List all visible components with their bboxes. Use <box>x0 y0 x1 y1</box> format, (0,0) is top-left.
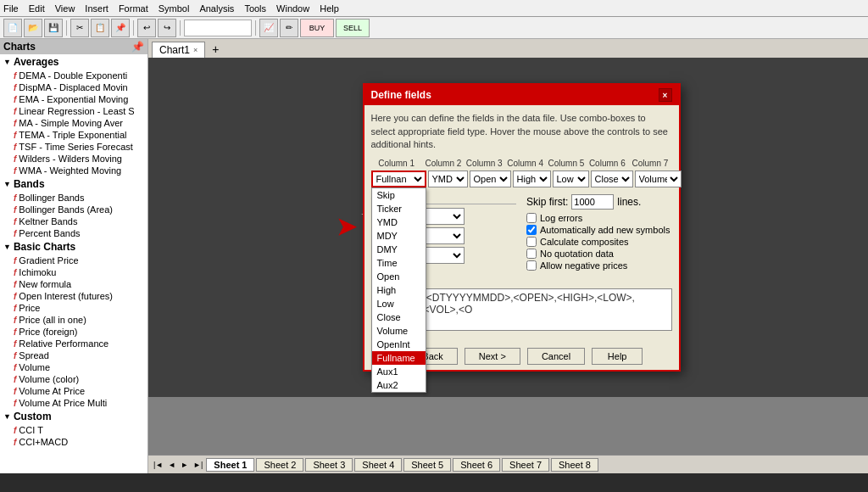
option-dmy[interactable]: DMY <box>372 243 426 256</box>
menu-item-file[interactable]: File <box>3 3 19 14</box>
sidebar-item-spread[interactable]: f Spread <box>0 349 147 361</box>
col7-select[interactable]: Volume <box>635 171 682 187</box>
option-skip[interactable]: Skip <box>372 188 426 202</box>
option-low[interactable]: Low <box>372 297 426 310</box>
menu-item-window[interactable]: Window <box>276 3 309 14</box>
col6-select[interactable]: Close <box>591 171 633 187</box>
col5-select[interactable]: Low <box>553 171 589 187</box>
copy-btn[interactable]: 📋 <box>91 19 109 37</box>
group-basic-charts[interactable]: ▼ Basic Charts <box>0 239 147 254</box>
sidebar-item-lr[interactable]: f Linear Regression - Least S <box>0 105 147 117</box>
sidebar-item-price-all[interactable]: f Price (all in one) <box>0 314 147 326</box>
menu-item-format[interactable]: Format <box>119 3 148 14</box>
open-btn[interactable]: 📂 <box>24 19 42 37</box>
sidebar-item-dispma[interactable]: f DispMA - Displaced Movin <box>0 81 147 93</box>
option-aux2[interactable]: Aux2 <box>372 378 426 392</box>
sidebar-item-bba[interactable]: f Bollinger Bands (Area) <box>0 204 147 215</box>
sidebar-item-ema[interactable]: f EMA - Exponential Moving <box>0 93 147 105</box>
sidebar-item-price-foreign[interactable]: f Price (foreign) <box>0 326 147 338</box>
sidebar-item-gradient[interactable]: f Gradient Price <box>0 254 147 266</box>
sidebar-item-tsf[interactable]: f TSF - Time Series Forecast <box>0 141 147 153</box>
col1-dropdown-menu[interactable]: Skip Ticker YMD MDY DMY Time Open High L <box>371 187 426 393</box>
allow-neg-checkbox[interactable] <box>526 260 537 271</box>
option-fullname[interactable]: Fullname <box>372 351 426 365</box>
sheet-tab-4[interactable]: Sheet 4 <box>354 458 402 472</box>
no-quotation-checkbox[interactable] <box>526 249 537 259</box>
option-aux1[interactable]: Aux1 <box>372 365 426 378</box>
sidebar-item-bb[interactable]: f Bollinger Bands <box>0 192 147 204</box>
option-ticker[interactable]: Ticker <box>372 202 426 215</box>
col1-select[interactable]: Fullnan <box>371 171 426 187</box>
cancel-button[interactable]: Cancel <box>527 348 585 365</box>
sheet-tab-7[interactable]: Sheet 7 <box>502 458 549 472</box>
redo-btn[interactable]: ↪ <box>158 19 176 37</box>
tab-add-btn[interactable]: + <box>209 41 222 58</box>
sidebar-item-dema[interactable]: f DEMA - Double Exponenti <box>0 70 147 81</box>
option-ymd[interactable]: YMD <box>372 215 426 229</box>
sidebar-item-price[interactable]: f Price <box>0 302 147 314</box>
option-volume[interactable]: Volume <box>372 324 426 338</box>
group-averages[interactable]: ▼ Averages <box>0 54 147 70</box>
sell-btn[interactable]: SELL <box>336 19 370 37</box>
sidebar-item-newformula[interactable]: f New formula <box>0 278 147 290</box>
sheet-tab-3[interactable]: Sheet 3 <box>305 458 353 472</box>
option-close[interactable]: Close <box>372 310 426 324</box>
buy-btn[interactable]: BUY <box>300 19 334 37</box>
menu-item-insert[interactable]: Insert <box>85 3 108 14</box>
option-mdy[interactable]: MDY <box>372 229 426 243</box>
sidebar-item-oi[interactable]: f Open Interest (futures) <box>0 290 147 302</box>
sidebar-item-ccit[interactable]: f CCI T <box>0 424 147 436</box>
draw-btn[interactable]: ✏ <box>280 19 298 37</box>
sheet-nav-prev[interactable]: ◄ <box>166 461 177 469</box>
group-custom[interactable]: ▼ Custom <box>0 409 147 424</box>
menu-item-tools[interactable]: Tools <box>244 3 266 14</box>
calc-comp-checkbox[interactable] <box>526 237 537 247</box>
sidebar-item-ma[interactable]: f MA - Simple Moving Aver <box>0 117 147 129</box>
menu-item-analysis[interactable]: Analysis <box>199 3 234 14</box>
save-btn[interactable]: 💾 <box>44 19 63 37</box>
undo-btn[interactable]: ↩ <box>137 19 156 37</box>
sheet-nav-next[interactable]: ► <box>179 461 190 469</box>
sidebar-item-wma[interactable]: f WMA - Weighted Moving <box>0 165 147 176</box>
sidebar-item-ccimacd[interactable]: f CCI+MACD <box>0 436 147 448</box>
sheet-nav-first[interactable]: |◄ <box>152 461 164 469</box>
option-high[interactable]: High <box>372 283 426 297</box>
tab-close-btn[interactable]: × <box>193 46 198 54</box>
auto-add-checkbox[interactable] <box>526 225 537 235</box>
menu-item-edit[interactable]: Edit <box>29 3 45 14</box>
sheet-tab-2[interactable]: Sheet 2 <box>256 458 303 472</box>
modal-close-button[interactable]: × <box>659 88 672 102</box>
menu-item-help[interactable]: Help <box>320 3 339 14</box>
option-time[interactable]: Time <box>372 256 426 270</box>
help-button[interactable]: Help <box>592 348 643 365</box>
chart-tools-btn[interactable]: 📈 <box>259 19 278 37</box>
next-button[interactable]: Next > <box>465 348 520 365</box>
cut-btn[interactable]: ✂ <box>70 19 89 37</box>
skip-first-input[interactable] <box>571 194 614 210</box>
sidebar-item-vap[interactable]: f Volume At Price <box>0 385 147 397</box>
menu-item-symbol[interactable]: Symbol <box>159 3 190 14</box>
group-bands[interactable]: ▼ Bands <box>0 176 147 192</box>
menu-item-view[interactable]: View <box>55 3 75 14</box>
option-openint[interactable]: OpenInt <box>372 338 426 351</box>
sheet-tab-5[interactable]: Sheet 5 <box>403 458 451 472</box>
paste-btn[interactable]: 📌 <box>111 19 130 37</box>
sidebar-item-kb[interactable]: f Keltner Bands <box>0 215 147 227</box>
col4-select[interactable]: High <box>513 171 551 187</box>
sidebar-item-relperf[interactable]: f Relative Performance <box>0 338 147 349</box>
sidebar-item-wilders[interactable]: f Wilders - Wilders Moving <box>0 153 147 165</box>
sheet-nav-last[interactable]: ►| <box>192 461 204 469</box>
sidebar-pin[interactable]: 📌 <box>131 41 144 53</box>
option-open[interactable]: Open <box>372 270 426 283</box>
sidebar-item-volume-color[interactable]: f Volume (color) <box>0 373 147 385</box>
sidebar-item-volume[interactable]: f Volume <box>0 361 147 373</box>
sidebar-item-tema[interactable]: f TEMA - Triple Exponential <box>0 129 147 141</box>
sheet-tab-6[interactable]: Sheet 6 <box>453 458 500 472</box>
col3-select[interactable]: Open <box>470 171 511 187</box>
new-btn[interactable]: 📄 <box>3 19 22 37</box>
sidebar-item-ichimoku[interactable]: f Ichimoku <box>0 266 147 278</box>
chart1-tab[interactable]: Chart1 × <box>152 42 205 58</box>
sidebar-item-pb[interactable]: f Percent Bands <box>0 227 147 239</box>
toolbar-input[interactable] <box>184 20 252 36</box>
log-errors-checkbox[interactable] <box>526 213 537 223</box>
